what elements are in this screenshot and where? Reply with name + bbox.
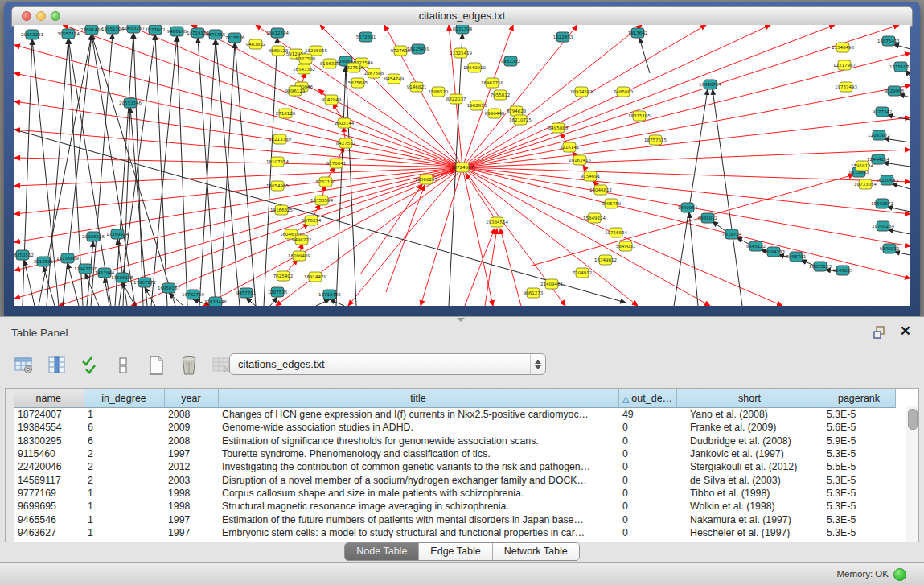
graph-node[interactable]: 9466160 (167, 27, 187, 36)
graph-node[interactable]: 16648784 (699, 80, 721, 89)
graph-node[interactable]: 15849224 (583, 213, 606, 223)
scrollbar-thumb[interactable] (908, 409, 918, 430)
graph-node[interactable]: 5572381 (356, 32, 376, 42)
graph-node[interactable]: 8454749 (384, 74, 405, 84)
graph-node[interactable]: 5496781 (786, 252, 807, 262)
deselect-all-icon[interactable] (112, 354, 134, 377)
select-columns-icon[interactable] (46, 354, 68, 377)
graph-node[interactable]: 8495083 (548, 123, 569, 133)
graph-node[interactable]: 8995759 (602, 199, 622, 208)
graph-node[interactable]: 27691406 (80, 25, 103, 35)
graph-node[interactable]: 16094233 (762, 247, 785, 257)
graph-node[interactable]: 6794028 (507, 106, 527, 116)
tab-node-table[interactable]: Node Table (345, 543, 419, 560)
tab-edge-table[interactable]: Edge Table (419, 543, 492, 560)
table-settings-icon[interactable] (13, 354, 35, 377)
graph-node[interactable]: 18951304 (101, 25, 124, 34)
column-header-out_de[interactable]: △out_de… (618, 389, 676, 408)
graph-node[interactable]: 16349812 (594, 255, 617, 265)
graph-node[interactable]: 16914479 (304, 272, 326, 282)
graph-node[interactable]: 18107554 (266, 157, 289, 167)
table-row[interactable]: 1938455462009Genome-wide association stu… (14, 421, 895, 434)
table-row[interactable]: 946554611997Estimation of the future num… (14, 513, 895, 525)
float-panel-icon[interactable] (873, 325, 887, 340)
graph-node[interactable]: 6889012 (698, 213, 718, 223)
network-graph[interactable]: 2055328130557124276914061895130410653287… (14, 25, 910, 306)
delete-icon[interactable] (178, 354, 200, 377)
graph-node[interactable]: 7485083 (614, 87, 634, 97)
graph-node[interactable]: 12217987 (833, 60, 856, 70)
graph-node[interactable]: 16961758 (481, 78, 503, 88)
graph-node[interactable]: 1640954 (678, 203, 698, 212)
vertical-scrollbar[interactable] (906, 406, 918, 542)
graph-node[interactable]: 16350512 (14, 250, 34, 260)
graph-node[interactable]: 8990448 (485, 109, 505, 118)
graph-node[interactable]: 11156869 (56, 253, 79, 263)
graph-node[interactable]: 15751074 (889, 62, 910, 72)
graph-node[interactable]: 1287536 (268, 287, 288, 297)
window-titlebar[interactable]: citations_edges.txt (11, 6, 913, 27)
graph-node[interactable]: 15692371 (871, 199, 893, 208)
graph-node[interactable]: 2803144 (335, 118, 355, 128)
graph-node[interactable]: 9329966 (885, 86, 905, 96)
graph-node[interactable]: 16353594 (310, 196, 333, 205)
table-row[interactable]: 969969511998Structural magnetic resonanc… (14, 500, 895, 513)
close-panel-icon[interactable]: ✕ (900, 323, 911, 340)
select-all-icon[interactable] (79, 354, 101, 377)
table-row[interactable]: 2242004622012Investigating the contribut… (14, 460, 895, 473)
graph-node[interactable]: 16162415 (569, 155, 591, 165)
graph-node[interactable]: 9146821 (407, 82, 427, 92)
graph-node[interactable]: 1588520 (429, 87, 449, 97)
graph-node[interactable]: 10769234 (872, 221, 894, 231)
graph-node[interactable]: 5849031 (616, 241, 636, 251)
column-header-year[interactable]: year (164, 389, 218, 408)
graph-node[interactable]: 18125439 (407, 44, 429, 54)
graph-node[interactable]: 8322037 (446, 94, 466, 104)
graph-node[interactable]: 9170041 (326, 159, 347, 168)
graph-node[interactable]: 1962615 (467, 101, 487, 110)
graph-node[interactable]: 9463822 (246, 39, 266, 49)
graph-node[interactable]: 11548498 (832, 43, 854, 52)
graph-node[interactable]: 10756834 (605, 228, 627, 237)
graph-node[interactable]: 1527602 (146, 25, 166, 35)
graph-node[interactable]: 9242848 (322, 95, 342, 105)
graph-node[interactable]: 11325419 (450, 48, 472, 58)
graph-node[interactable]: 7955812 (491, 90, 511, 100)
graph-node[interactable]: 7625402 (273, 271, 294, 281)
graph-node[interactable]: 16875411 (877, 36, 900, 46)
graph-node[interactable]: 18757515 (644, 135, 667, 145)
graph-node[interactable]: 16099489 (288, 251, 310, 261)
graph-node[interactable]: 18612304 (266, 28, 289, 38)
graph-node[interactable]: 20206526 (82, 232, 105, 241)
graph-node[interactable]: 9861372 (501, 56, 521, 66)
graph-node[interactable]: 5267150 (316, 177, 336, 187)
graph-node[interactable]: 9245033 (833, 266, 853, 275)
graph-node[interactable]: 9861273 (524, 288, 544, 298)
column-header-short[interactable]: short (676, 389, 823, 408)
graph-node[interactable]: 30557124 (57, 29, 80, 39)
table-row[interactable]: 977716911998Corpus callosum shape and si… (14, 487, 895, 500)
graph-node[interactable]: 20553281 (21, 30, 43, 39)
graph-node[interactable]: 7815526 (225, 33, 245, 43)
graph-node[interactable]: 22409461 (540, 279, 563, 289)
graph-node[interactable]: 7204912 (573, 268, 593, 278)
graph-node[interactable]: 5875685 (348, 78, 368, 88)
graph-node[interactable]: 3216142 (560, 142, 580, 152)
table-selector-dropdown[interactable]: citations_edges.txt (229, 353, 546, 375)
graph-node[interactable]: 9154691 (581, 171, 601, 181)
graph-node[interactable]: 2867608 (364, 68, 384, 78)
graph-node[interactable]: 19737493 (835, 82, 857, 92)
graph-node[interactable]: 16958167 (158, 283, 180, 293)
graph-node[interactable]: 8427552 (336, 138, 356, 148)
graph-node[interactable]: 10974583 (570, 87, 593, 97)
graph-node[interactable]: 15716485 (318, 290, 341, 299)
graph-node[interactable]: 18640910 (463, 63, 486, 72)
graph-node[interactable]: 16543382 (293, 64, 315, 74)
new-file-icon[interactable] (145, 354, 167, 377)
column-header-name[interactable]: name (14, 389, 84, 408)
graph-node[interactable]: 1813642 (628, 28, 648, 38)
tab-network-table[interactable]: Network Table (493, 543, 579, 560)
table-row[interactable]: 1830029562008Estimation of significance … (14, 435, 895, 447)
graph-node[interactable]: 16782759 (182, 290, 204, 299)
network-canvas[interactable]: 2055328130557124276914061895130410653287… (14, 25, 910, 306)
